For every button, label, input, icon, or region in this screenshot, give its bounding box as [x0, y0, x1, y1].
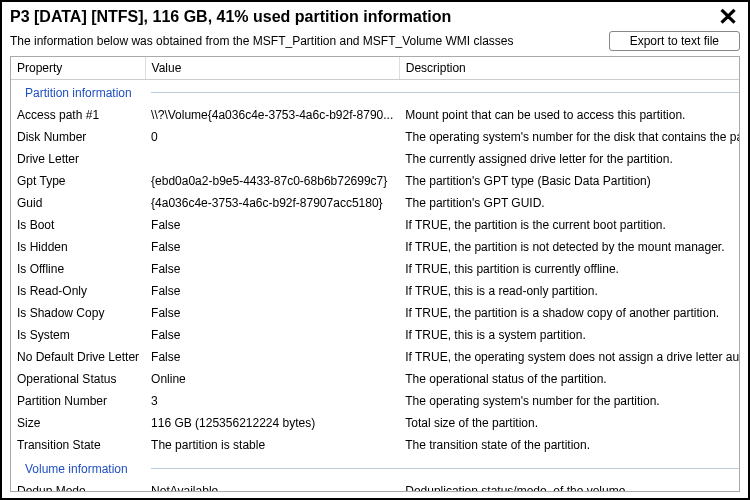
cell-prop: Is Boot: [11, 214, 145, 236]
info-source-text: The information below was obtained from …: [10, 34, 514, 48]
cell-prop: Drive Letter: [11, 148, 145, 170]
cell-val: [145, 148, 399, 170]
cell-desc: If TRUE, the partition is a shadow copy …: [399, 302, 740, 324]
cell-desc: The operating system's number for the di…: [399, 126, 740, 148]
property-table-container[interactable]: Property Value Description Partition inf…: [10, 56, 740, 492]
cell-val: 3: [145, 390, 399, 412]
cell-prop: Is Read-Only: [11, 280, 145, 302]
cell-prop: Guid: [11, 192, 145, 214]
table-row[interactable]: Is BootFalseIf TRUE, the partition is th…: [11, 214, 740, 236]
table-row[interactable]: No Default Drive LetterFalseIf TRUE, the…: [11, 346, 740, 368]
cell-desc: The operating system's number for the pa…: [399, 390, 740, 412]
table-row[interactable]: Partition Number3The operating system's …: [11, 390, 740, 412]
column-header-description[interactable]: Description: [399, 57, 740, 80]
cell-val: Online: [145, 368, 399, 390]
table-row[interactable]: Is OfflineFalseIf TRUE, this partition i…: [11, 258, 740, 280]
cell-desc: Deduplication status/mode, of the volume: [399, 480, 740, 492]
cell-desc: The operational status of the partition.: [399, 368, 740, 390]
cell-prop: Is Hidden: [11, 236, 145, 258]
cell-val: False: [145, 346, 399, 368]
property-table: Property Value Description Partition inf…: [11, 57, 740, 492]
cell-desc: If TRUE, this is a system partition.: [399, 324, 740, 346]
cell-desc: If TRUE, this is a read-only partition.: [399, 280, 740, 302]
table-row[interactable]: Drive LetterThe currently assigned drive…: [11, 148, 740, 170]
close-icon[interactable]: ✕: [716, 8, 740, 26]
table-row[interactable]: Is HiddenFalseIf TRUE, the partition is …: [11, 236, 740, 258]
table-row[interactable]: Guid{4a036c4e-3753-4a6c-b92f-87907acc518…: [11, 192, 740, 214]
cell-val: {ebd0a0a2-b9e5-4433-87c0-68b6b72699c7}: [145, 170, 399, 192]
table-row[interactable]: Gpt Type{ebd0a0a2-b9e5-4433-87c0-68b6b72…: [11, 170, 740, 192]
section-title: Volume information: [25, 462, 128, 476]
section-header: Volume information: [11, 456, 740, 480]
cell-prop: Partition Number: [11, 390, 145, 412]
table-row[interactable]: Is Shadow CopyFalseIf TRUE, the partitio…: [11, 302, 740, 324]
cell-prop: Transition State: [11, 434, 145, 456]
table-row[interactable]: Size116 GB (125356212224 bytes)Total siz…: [11, 412, 740, 434]
cell-prop: Size: [11, 412, 145, 434]
table-row[interactable]: Is Read-OnlyFalseIf TRUE, this is a read…: [11, 280, 740, 302]
cell-desc: The transition state of the partition.: [399, 434, 740, 456]
cell-prop: No Default Drive Letter: [11, 346, 145, 368]
cell-prop: Is Shadow Copy: [11, 302, 145, 324]
cell-desc: The partition's GPT type (Basic Data Par…: [399, 170, 740, 192]
cell-desc: If TRUE, the partition is the current bo…: [399, 214, 740, 236]
cell-desc: Mount point that can be used to access t…: [399, 104, 740, 126]
table-row[interactable]: Transition StateThe partition is stableT…: [11, 434, 740, 456]
table-row[interactable]: Access path #1\\?\Volume{4a036c4e-3753-4…: [11, 104, 740, 126]
window-title: P3 [DATA] [NTFS], 116 GB, 41% used parti…: [10, 8, 451, 26]
cell-val: False: [145, 214, 399, 236]
table-row[interactable]: Disk Number0The operating system's numbe…: [11, 126, 740, 148]
cell-val: 0: [145, 126, 399, 148]
column-header-value[interactable]: Value: [145, 57, 399, 80]
cell-desc: If TRUE, the operating system does not a…: [399, 346, 740, 368]
cell-desc: Total size of the partition.: [399, 412, 740, 434]
table-row[interactable]: Operational StatusOnlineThe operational …: [11, 368, 740, 390]
cell-prop: Disk Number: [11, 126, 145, 148]
cell-val: The partition is stable: [145, 434, 399, 456]
cell-val: False: [145, 258, 399, 280]
cell-desc: The partition's GPT GUID.: [399, 192, 740, 214]
cell-val: False: [145, 280, 399, 302]
cell-val: False: [145, 236, 399, 258]
cell-prop: Is System: [11, 324, 145, 346]
cell-prop: Dedup Mode: [11, 480, 145, 492]
column-header-property[interactable]: Property: [11, 57, 145, 80]
export-button[interactable]: Export to text file: [609, 31, 740, 51]
cell-val: \\?\Volume{4a036c4e-3753-4a6c-b92f-8790.…: [145, 104, 399, 126]
table-row[interactable]: Dedup ModeNotAvailableDeduplication stat…: [11, 480, 740, 492]
cell-val: 116 GB (125356212224 bytes): [145, 412, 399, 434]
cell-desc: If TRUE, the partition is not detected b…: [399, 236, 740, 258]
cell-prop: Gpt Type: [11, 170, 145, 192]
table-row[interactable]: Is SystemFalseIf TRUE, this is a system …: [11, 324, 740, 346]
cell-desc: If TRUE, this partition is currently off…: [399, 258, 740, 280]
cell-val: False: [145, 324, 399, 346]
cell-prop: Access path #1: [11, 104, 145, 126]
cell-prop: Operational Status: [11, 368, 145, 390]
cell-val: False: [145, 302, 399, 324]
cell-prop: Is Offline: [11, 258, 145, 280]
cell-val: {4a036c4e-3753-4a6c-b92f-87907acc5180}: [145, 192, 399, 214]
section-title: Partition information: [25, 86, 132, 100]
section-header: Partition information: [11, 80, 740, 105]
cell-desc: The currently assigned drive letter for …: [399, 148, 740, 170]
cell-val: NotAvailable: [145, 480, 399, 492]
